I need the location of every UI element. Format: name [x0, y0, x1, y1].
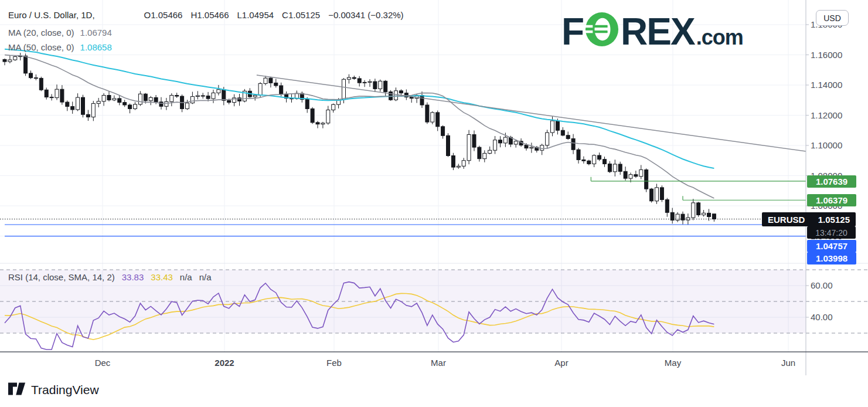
ma20-legend-label: MA (20, close, 0): [8, 28, 74, 38]
currency-badge[interactable]: USD: [816, 10, 849, 26]
forex-logo-f: F: [561, 16, 583, 47]
trendline[interactable]: [257, 75, 806, 151]
legend-row-ma20[interactable]: MA (20, close, 0) 1.06794: [8, 27, 112, 38]
rsi-axis-label[interactable]: 60.00: [811, 280, 857, 290]
level-price-label: 1.03998: [807, 252, 856, 264]
level-price-label: 1.06379: [807, 194, 856, 206]
forex-logo-rex: REX: [621, 16, 695, 47]
current-price-marker: EURUSD 1.05125: [762, 212, 856, 226]
time-axis-label[interactable]: Apr: [543, 358, 580, 368]
rsi-legend-label: RSI (14, close, SMA, 14, 2): [8, 272, 115, 282]
rsi-legend-row[interactable]: RSI (14, close, SMA, 14, 2) 33.83 33.43 …: [8, 272, 212, 282]
change-value: −0.00341 (−0.32%): [328, 10, 403, 20]
forex-logo-o-icon: [585, 12, 619, 47]
price-axis-label[interactable]: 1.14000: [811, 80, 857, 90]
high-value: H1.05466: [190, 10, 229, 20]
countdown-timer: 13:47:20: [807, 226, 856, 239]
tradingview-label: TradingView: [31, 383, 99, 397]
time-axis-label[interactable]: Dec: [84, 358, 121, 368]
rsi-na-2: n/a: [199, 272, 212, 282]
ma50-legend-value: 1.08658: [80, 42, 112, 52]
legend-row-ma50[interactable]: MA (50, close, 0) 1.08658: [8, 42, 112, 52]
price-axis-label[interactable]: 1.12000: [811, 110, 857, 120]
marker-symbol: EURUSD: [768, 215, 805, 225]
ma50-legend-label: MA (50, close, 0): [8, 42, 74, 52]
candlestick-series[interactable]: [3, 53, 716, 225]
time-axis-label[interactable]: Feb: [315, 358, 353, 368]
symbol-title[interactable]: Euro / U.S. Dollar, 1D,: [8, 10, 95, 20]
open-value: O1.05466: [144, 10, 183, 20]
tradingview-attribution[interactable]: TradingView: [8, 382, 99, 398]
level-price-label: 1.04757: [807, 240, 856, 252]
rsi-signal-value: 33.43: [151, 272, 173, 282]
time-axis-label[interactable]: Jun: [770, 358, 807, 368]
ma20-legend-value: 1.06794: [80, 28, 112, 38]
marker-price: 1.05125: [818, 215, 850, 225]
close-value: C1.05125: [282, 10, 320, 20]
time-axis-label[interactable]: Mar: [420, 358, 457, 368]
chart-canvas[interactable]: [0, 0, 868, 407]
price-axis-label[interactable]: 1.16000: [811, 50, 857, 60]
level-price-label: 1.07639: [807, 175, 856, 188]
price-axis-label[interactable]: 1.10000: [811, 140, 857, 150]
forex-logo: F REX .com: [561, 12, 743, 47]
tradingview-icon: [8, 382, 26, 398]
forex-logo-com: .com: [696, 29, 743, 47]
legend-row-symbol: Euro / U.S. Dollar, 1D, O1.05466 H1.0546…: [8, 9, 404, 20]
time-axis-label[interactable]: May: [654, 358, 692, 368]
low-value: L1.04954: [237, 10, 274, 20]
ma50-line: [5, 49, 714, 168]
time-axis-label[interactable]: 2022: [206, 358, 243, 368]
rsi-value: 33.83: [122, 272, 144, 282]
ohlc-values: O1.05466 H1.05466 L1.04954 C1.05125 −0.0…: [144, 10, 404, 20]
chart-window: 1.180001.160001.140001.120001.100001.080…: [0, 0, 868, 407]
rsi-axis-label[interactable]: 40.00: [811, 312, 857, 322]
rsi-na-1: n/a: [180, 272, 192, 282]
